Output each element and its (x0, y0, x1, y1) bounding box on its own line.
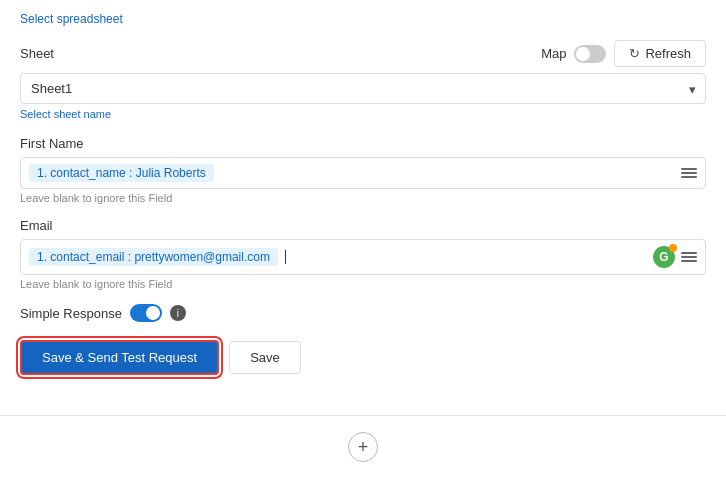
map-toggle-slider (574, 45, 606, 63)
email-label: Email (20, 218, 706, 233)
green-icon-wrapper: G (653, 246, 675, 268)
sheet-label: Sheet (20, 46, 54, 61)
email-tag: 1. contact_email : prettywomen@gmail.com (29, 248, 278, 266)
simple-response-slider (130, 304, 162, 322)
bottom-add-row: + (0, 432, 726, 472)
simple-response-label: Simple Response (20, 306, 122, 321)
map-row: Map ↻ Refresh (541, 40, 706, 67)
simple-response-row: Simple Response i (20, 304, 706, 322)
first-name-section: First Name 1. contact_name : Julia Rober… (20, 136, 706, 204)
select-spreadsheet-label[interactable]: Select spreadsheet (20, 12, 706, 26)
info-icon[interactable]: i (170, 305, 186, 321)
actions-row: Save & Send Test Request Save (20, 340, 706, 375)
hamburger-icon[interactable] (681, 168, 697, 178)
menu-line-2 (681, 172, 697, 174)
first-name-hint: Leave blank to ignore this Field (20, 192, 706, 204)
sheet-select-hint: Select sheet name (20, 108, 706, 120)
first-name-label: First Name (20, 136, 706, 151)
first-name-menu-icon[interactable] (681, 168, 697, 178)
add-circle-button[interactable]: + (348, 432, 378, 462)
sheet-select[interactable]: Sheet1 Sheet2 Sheet3 (20, 73, 706, 104)
first-name-input-row[interactable]: 1. contact_name : Julia Roberts (20, 157, 706, 189)
save-send-button[interactable]: Save & Send Test Request (20, 340, 219, 375)
map-label: Map (541, 46, 566, 61)
menu-line-1 (681, 168, 697, 170)
menu-line-2 (681, 256, 697, 258)
email-input-row[interactable]: 1. contact_email : prettywomen@gmail.com… (20, 239, 706, 275)
text-cursor (285, 250, 286, 264)
sheet-row-header: Sheet Map ↻ Refresh (20, 40, 706, 67)
menu-line-3 (681, 176, 697, 178)
refresh-label: Refresh (645, 46, 691, 61)
simple-response-toggle[interactable] (130, 304, 162, 322)
email-section: Email 1. contact_email : prettywomen@gma… (20, 218, 706, 290)
save-button[interactable]: Save (229, 341, 301, 374)
email-hint: Leave blank to ignore this Field (20, 278, 706, 290)
hamburger-icon[interactable] (681, 252, 697, 262)
refresh-button[interactable]: ↻ Refresh (614, 40, 706, 67)
menu-line-3 (681, 260, 697, 262)
divider (0, 415, 726, 416)
first-name-tag: 1. contact_name : Julia Roberts (29, 164, 214, 182)
sheet-select-wrapper: Sheet1 Sheet2 Sheet3 ▾ (20, 73, 706, 104)
map-toggle[interactable] (574, 45, 606, 63)
email-icons: G (653, 246, 697, 268)
warning-dot (669, 244, 677, 252)
refresh-icon: ↻ (629, 46, 640, 61)
menu-line-1 (681, 252, 697, 254)
main-card: Select spreadsheet Sheet Map ↻ Refresh S… (0, 0, 726, 500)
